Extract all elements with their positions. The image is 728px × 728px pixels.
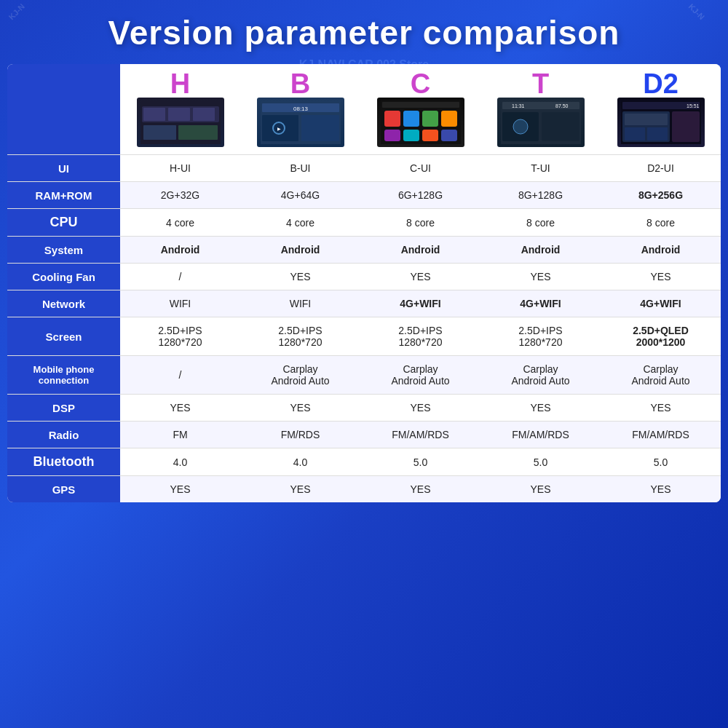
cell-9-3: FM/AM/RDS	[480, 422, 601, 448]
cell-5-4: 4G+WIFI	[601, 290, 721, 317]
cell-2-1: 4 core	[240, 209, 360, 237]
table-row-6: Screen2.5D+IPS1280*7202.5D+IPS1280*7202.…	[7, 317, 721, 356]
cell-1-3: 8G+128G	[480, 182, 601, 209]
cell-7-3: CarplayAndroid Auto	[480, 356, 601, 395]
cell-4-3: YES	[480, 264, 601, 290]
svg-rect-23	[441, 130, 457, 141]
svg-rect-19	[441, 111, 457, 127]
row-label-11: GPS	[7, 476, 120, 503]
cell-0-3: T-UI	[480, 155, 601, 182]
row-label-1: RAM+ROM	[7, 182, 120, 209]
cell-2-2: 8 core	[360, 209, 480, 237]
cell-6-4: 2.5D+QLED2000*1200	[601, 317, 721, 356]
header-h: H	[120, 64, 240, 155]
cell-5-3: 4G+WIFI	[480, 290, 601, 317]
table-row-10: Bluetooth4.04.05.05.05.0	[7, 448, 721, 476]
header-b: B 08:13 ▶	[240, 64, 360, 155]
svg-text:87.50: 87.50	[555, 103, 569, 108]
header-label-cell	[7, 64, 120, 155]
cell-4-4: YES	[601, 264, 721, 290]
table-body: UIH-UIB-UIC-UIT-UID2-UIRAM+ROM2G+32G4G+6…	[7, 155, 721, 503]
svg-rect-36	[625, 114, 668, 125]
cell-3-1: Android	[240, 237, 360, 264]
comparison-table: H	[7, 64, 721, 502]
row-label-5: Network	[7, 290, 120, 317]
cell-11-0: YES	[120, 476, 240, 503]
cell-0-4: D2-UI	[601, 155, 721, 182]
cell-11-3: YES	[480, 476, 601, 503]
svg-text:▶: ▶	[277, 127, 280, 131]
cell-4-1: YES	[240, 264, 360, 290]
version-c-letter: C	[363, 70, 478, 98]
cell-0-2: C-UI	[360, 155, 480, 182]
cell-11-1: YES	[240, 476, 360, 503]
cell-3-4: Android	[601, 237, 721, 264]
cell-5-1: WIFI	[240, 290, 360, 317]
svg-rect-5	[143, 125, 176, 140]
header-row: H	[7, 64, 721, 155]
cell-9-1: FM/RDS	[240, 422, 360, 448]
svg-text:15:51: 15:51	[687, 103, 700, 108]
row-label-6: Screen	[7, 317, 120, 356]
cell-8-0: YES	[120, 395, 240, 422]
cell-7-0: /	[120, 356, 240, 395]
cell-7-4: CarplayAndroid Auto	[601, 356, 721, 395]
svg-rect-2	[143, 108, 165, 121]
table-row-4: Cooling Fan/YESYESYESYES	[7, 264, 721, 290]
ui-image-d2: 15:51	[617, 98, 705, 147]
svg-rect-15	[382, 102, 459, 108]
cell-6-2: 2.5D+IPS1280*720	[360, 317, 480, 356]
header-c: C	[360, 64, 480, 155]
svg-rect-37	[625, 127, 645, 141]
svg-rect-35	[672, 111, 700, 142]
cell-7-2: CarplayAndroid Auto	[360, 356, 480, 395]
svg-rect-17	[403, 111, 419, 127]
cell-9-4: FM/AM/RDS	[601, 422, 721, 448]
cell-3-0: Android	[120, 237, 240, 264]
table-row-5: NetworkWIFIWIFI4G+WIFI4G+WIFI4G+WIFI	[7, 290, 721, 317]
cell-3-2: Android	[360, 237, 480, 264]
row-label-3: System	[7, 237, 120, 264]
row-label-8: DSP	[7, 395, 120, 422]
svg-rect-16	[384, 111, 400, 127]
svg-rect-11	[301, 115, 339, 141]
svg-text:08:13: 08:13	[293, 106, 308, 112]
cell-8-3: YES	[480, 395, 601, 422]
row-label-7: Mobile phone connection	[7, 356, 120, 395]
row-label-9: Radio	[7, 422, 120, 448]
cell-4-0: /	[120, 264, 240, 290]
svg-point-30	[513, 119, 528, 134]
cell-3-3: Android	[480, 237, 601, 264]
table-row-0: UIH-UIB-UIC-UIT-UID2-UI	[7, 155, 721, 182]
cell-6-0: 2.5D+IPS1280*720	[120, 317, 240, 356]
cell-10-2: 5.0	[360, 448, 480, 476]
comparison-table-wrapper: H	[7, 64, 721, 502]
svg-rect-38	[647, 127, 668, 141]
cell-2-4: 8 core	[601, 209, 721, 237]
svg-rect-18	[422, 111, 438, 127]
cell-1-0: 2G+32G	[120, 182, 240, 209]
version-d2-letter: D2	[604, 70, 718, 98]
cell-11-4: YES	[601, 476, 721, 503]
row-label-0: UI	[7, 155, 120, 182]
table-row-9: RadioFMFM/RDSFM/AM/RDSFM/AM/RDSFM/AM/RDS	[7, 422, 721, 448]
ui-image-h	[137, 98, 224, 147]
cell-1-1: 4G+64G	[240, 182, 360, 209]
svg-rect-4	[193, 108, 215, 121]
cell-9-2: FM/AM/RDS	[360, 422, 480, 448]
cell-0-0: H-UI	[120, 155, 240, 182]
cell-7-1: CarplayAndroid Auto	[240, 356, 360, 395]
cell-0-1: B-UI	[240, 155, 360, 182]
row-label-2: CPU	[7, 209, 120, 237]
row-label-10: Bluetooth	[7, 448, 120, 476]
svg-rect-29	[542, 112, 579, 141]
ui-image-c	[377, 98, 464, 147]
table-row-1: RAM+ROM2G+32G4G+64G6G+128G8G+128G8G+256G	[7, 182, 721, 209]
cell-4-2: YES	[360, 264, 480, 290]
cell-2-0: 4 core	[120, 209, 240, 237]
table-row-11: GPSYESYESYESYESYES	[7, 476, 721, 503]
cell-1-2: 6G+128G	[360, 182, 480, 209]
cell-5-2: 4G+WIFI	[360, 290, 480, 317]
table-row-8: DSPYESYESYESYESYES	[7, 395, 721, 422]
header-d2: D2 15:51	[601, 64, 721, 155]
